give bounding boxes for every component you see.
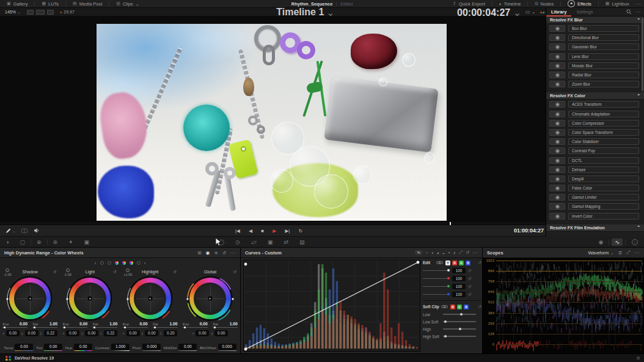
control-value[interactable]: 0.00 [74,344,92,350]
graph-view-icon[interactable]: ≋ [214,250,218,256]
scope-expand-icon[interactable]: ⤢ [626,249,630,256]
wheel-inner[interactable] [14,283,46,315]
slider-thumb[interactable] [444,320,447,323]
nav-next-icon[interactable]: › [144,260,146,266]
mute-icon[interactable] [34,225,40,236]
channel-button-b[interactable]: B [466,260,470,265]
library-section-resolve-fx-film-emulation[interactable]: Resolve FX Film Emulation⌃ [546,224,644,232]
viewer-zoom-select[interactable]: 145% ⌄ [5,10,21,15]
coord-value[interactable]: 0.00 [196,330,209,336]
versions-tool-icon[interactable]: ▵▿ [246,239,262,245]
exposure-track[interactable] [183,327,208,328]
slider-thumb[interactable] [447,293,450,295]
timeline-selector[interactable]: Timeline 1⌄ [244,8,367,17]
curves-expand-icon[interactable]: ⤢ [459,250,463,255]
switch-tool-icon[interactable]: ⇄ [279,239,295,245]
wheel-exposure-slider[interactable]: Exp0.00 [183,322,208,328]
wheel-saturation-slider[interactable]: Sat1.00 [153,322,178,328]
wheel-reset-icon[interactable]: ↺ [113,270,117,275]
search-icon[interactable] [626,9,632,15]
soft-clip-slider[interactable] [443,314,476,315]
top-button-lightbox[interactable]: ▦Lightbox [599,0,636,8]
zone-pivot-icon[interactable]: + [126,268,130,272]
hue-vs-hue-icon[interactable]: ◔ [425,251,428,255]
library-item-contrast-pop[interactable]: Contrast Pop [546,146,644,155]
library-item-box-blur[interactable]: Box Blur [546,24,644,33]
saturation-track[interactable] [32,327,57,328]
effects-tool-icon[interactable]: ✦ [63,239,79,245]
library-item-gamut-limiter[interactable]: Gamut Limiter [546,193,644,202]
tracker-tool-icon[interactable]: ⊕ [31,239,47,245]
coord-value[interactable]: 0.22 [104,330,117,336]
wheel-saturation-slider[interactable]: Sat1.00 [92,322,117,328]
curves-options-menu[interactable]: ⋯ [472,250,478,256]
library-item-color-compressor[interactable]: Color Compressor [546,119,644,128]
channel-reset-icon[interactable]: ↺ [468,268,471,273]
saturation-track[interactable] [213,327,238,328]
library-item-false-color[interactable]: False Color [546,183,644,193]
saturation-track[interactable] [153,327,178,328]
library-section-resolve-fx-color[interactable]: Resolve FX Color⌃ [546,92,644,100]
clip-icon[interactable]: ▭ ⌄ [525,10,535,15]
channel-reset-icon[interactable]: ↺ [468,292,471,297]
wheel-reset-icon[interactable]: ↺ [53,270,56,275]
channel-gain-value[interactable]: 100 [452,268,466,273]
keyboard-tool-icon[interactable]: ▤ [294,239,310,245]
channel-reset-icon[interactable]: ↺ [468,276,471,281]
step-forward-button[interactable]: ▶| [285,228,290,234]
library-item-aces-transform[interactable]: ACES Transform [546,100,644,109]
library-item-color-space-transform[interactable]: Color Space Transform [546,128,644,137]
play-button[interactable]: ▶ [273,228,276,234]
hdr-reset-icon[interactable]: ↺ [222,250,226,256]
top-button-clips[interactable]: ▥Clips⌄ [109,0,146,8]
top-bar-overflow-menu[interactable]: ⋯ [636,1,642,7]
scopes-toggle-icon[interactable]: ∿ [612,238,623,246]
scope-mode-select[interactable]: Waveform ⌄ [588,250,613,256]
soft-clip-channel-g[interactable]: G [457,305,462,309]
edit-reset-icon[interactable]: ↺ [478,260,481,265]
nav-dot-1[interactable] [100,261,104,265]
zone-pivot-icon[interactable]: + [66,268,70,272]
lum-vs-sat-icon[interactable]: ◒ [442,251,445,255]
coord-value[interactable]: 0.00 [85,330,98,336]
curve-editor[interactable] [243,260,420,352]
nav-dot-5[interactable] [130,261,133,265]
collapse-chevron-icon[interactable]: ⌃ [637,225,640,230]
library-item-color-stabilizer[interactable]: Color Stabilizer [546,137,644,146]
wheel-reset-icon[interactable]: ↺ [173,270,177,275]
wheel-exposure-slider[interactable]: Exp0.00 [62,322,87,328]
crop-tool-icon[interactable]: ▢ [14,239,31,245]
sidebar-scrollbar[interactable] [642,18,643,91]
hue-vs-sat-icon[interactable]: ◑ [431,251,433,255]
soft-clip-slider[interactable] [443,321,476,322]
slider-thumb[interactable] [444,335,447,338]
curves-reset-icon[interactable]: ↺ [466,250,469,255]
info-icon[interactable]: i [632,239,638,245]
gallery-tool-icon[interactable]: ▣ [262,239,279,245]
tab-settings[interactable]: Settings [571,8,598,17]
coord-value[interactable]: 0.20 [164,330,177,336]
channel-button-g[interactable]: G [459,260,464,265]
custom-curve-icon[interactable]: ∿ [415,250,422,255]
wheel-reset-icon[interactable]: ↺ [233,270,236,275]
collapse-chevron-icon[interactable]: ⌃ [637,18,640,23]
nav-dot-3[interactable] [115,261,119,265]
wheel-saturation-slider[interactable]: Sat1.00 [32,322,57,328]
channel-gain-slider[interactable] [423,270,450,272]
soft-clip-channel-r[interactable]: R [450,305,455,309]
library-item-lens-blur[interactable]: Lens Blur [546,52,644,61]
coord-value[interactable]: 0.22 [44,330,57,336]
sat-vs-sat-icon[interactable]: ◓ [448,251,450,255]
wheel-ring[interactable] [69,278,111,319]
stills-tool-icon[interactable]: ▣ [79,239,95,245]
slider-thumb[interactable] [447,285,450,287]
channel-button-y[interactable]: Y [445,260,450,265]
channel-button-r[interactable]: R [452,260,457,265]
top-button-media-pool[interactable]: ▤Media Pool [66,0,109,8]
control-value[interactable]: 0.00 [15,344,33,350]
nav-dot-6[interactable] [137,261,141,265]
scope-options-menu[interactable]: ⋯ [634,250,640,256]
stop-button[interactable]: ■ [261,228,264,234]
wheel-ring[interactable] [9,278,51,319]
hdr-options-menu[interactable]: ⋯ [230,250,236,256]
